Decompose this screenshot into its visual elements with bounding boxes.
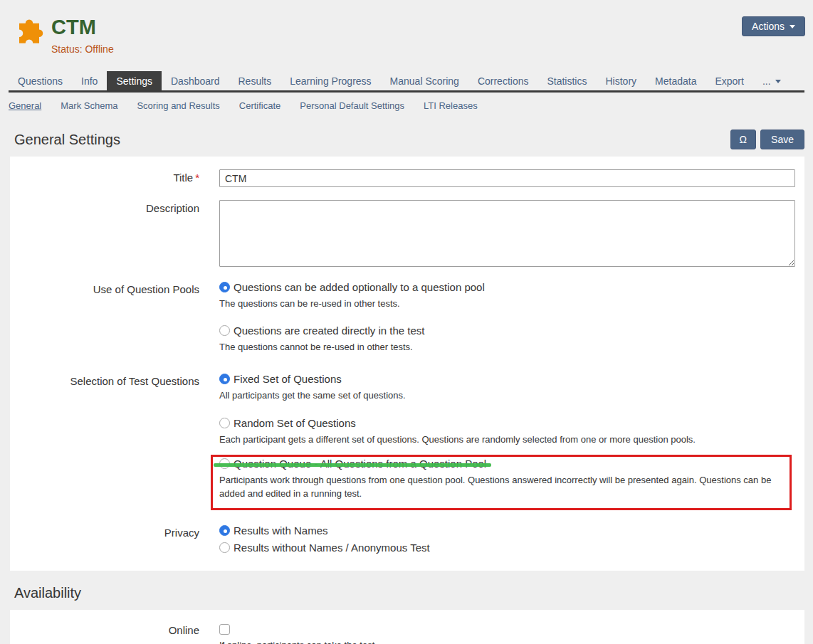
tab-corrections[interactable]: Corrections: [468, 71, 538, 90]
tab-metadata[interactable]: Metadata: [646, 71, 706, 90]
radio-pool-optional[interactable]: [219, 282, 230, 292]
required-asterisk: *: [195, 171, 199, 184]
subtab-general[interactable]: General: [9, 99, 41, 112]
online-checkbox[interactable]: [219, 624, 230, 635]
annotation-green-strikethrough: [214, 463, 491, 467]
chevron-down-icon: [790, 25, 795, 28]
title-row: Title*: [10, 169, 804, 187]
availability-panel: Online If online, participants can take …: [10, 610, 804, 644]
tab-statistics[interactable]: Statistics: [537, 71, 596, 90]
chevron-down-icon: [775, 80, 781, 83]
subtab-lti-releases[interactable]: LTI Releases: [424, 99, 478, 112]
section-title: Availability: [14, 585, 81, 601]
online-row: Online If online, participants can take …: [10, 622, 804, 644]
tab-export[interactable]: Export: [706, 71, 752, 90]
option-random-set: Random Set of Questions Each participant…: [219, 417, 804, 447]
availability-header: Availability: [0, 581, 813, 604]
radio-results-with-names[interactable]: [219, 525, 230, 536]
question-pools-label: Use of Question Pools: [10, 281, 199, 354]
option-question-queue: Question Queue - All Questions from a Qu…: [219, 458, 784, 501]
privacy-label: Privacy: [10, 524, 199, 554]
option-help: All participants get the same set of que…: [219, 389, 804, 403]
actions-button[interactable]: Actions: [742, 16, 805, 36]
tab-manual-scoring[interactable]: Manual Scoring: [381, 71, 468, 90]
description-row: Description: [10, 200, 804, 270]
title-input[interactable]: [219, 169, 795, 187]
subtab-mark-schema[interactable]: Mark Schema: [61, 99, 117, 112]
option-pool-optional: Questions can be added optionally to a q…: [219, 281, 804, 311]
tab-results[interactable]: Results: [229, 71, 281, 90]
online-label: Online: [10, 622, 199, 644]
radio-pool-direct[interactable]: [219, 325, 230, 336]
tab-learning-progress[interactable]: Learning Progress: [280, 71, 380, 90]
description-textarea[interactable]: [219, 200, 795, 267]
radio-random-set[interactable]: [219, 418, 230, 428]
tab-settings[interactable]: Settings: [107, 71, 162, 90]
tab-history[interactable]: History: [596, 71, 646, 90]
option-help: The questions cannot be re-used in other…: [219, 341, 804, 354]
option-pool-direct: Questions are created directly in the te…: [219, 324, 804, 354]
option-help: Participants work through questions from…: [219, 474, 784, 501]
question-selection-row: Selection of Test Questions Fixed Set of…: [10, 373, 804, 510]
radio-results-anonymous[interactable]: [219, 542, 230, 553]
test-puzzle-icon: [14, 17, 44, 47]
sub-tabbar: General Mark Schema Scoring and Results …: [9, 99, 804, 112]
option-results-with-names: Results with Names: [219, 524, 804, 537]
save-button[interactable]: Save: [760, 130, 804, 149]
general-settings-header: General Settings Ω Save: [0, 128, 813, 151]
option-help: Each participant gets a different set of…: [219, 433, 804, 447]
annotation-red-box: Question Queue - All Questions from a Qu…: [211, 455, 792, 510]
question-selection-label: Selection of Test Questions: [10, 373, 199, 510]
tab-more[interactable]: ...: [753, 71, 790, 90]
online-help: If online, participants can take the tes…: [219, 639, 804, 644]
option-results-anonymous: Results without Names / Anonymous Test: [219, 542, 804, 554]
subtab-certificate[interactable]: Certificate: [239, 99, 281, 112]
actions-button-label: Actions: [752, 21, 785, 32]
tab-info[interactable]: Info: [72, 71, 107, 90]
subtab-scoring-and-results[interactable]: Scoring and Results: [137, 99, 219, 112]
main-tabbar: Questions Info Settings Dashboard Result…: [9, 71, 804, 93]
title-label: Title*: [10, 169, 199, 187]
omega-button[interactable]: Ω: [730, 130, 756, 149]
tab-dashboard[interactable]: Dashboard: [162, 71, 229, 90]
privacy-row: Privacy Results with Names Results witho…: [10, 524, 804, 554]
description-label: Description: [10, 200, 199, 270]
option-fixed-set: Fixed Set of Questions All participants …: [219, 373, 804, 403]
tab-questions[interactable]: Questions: [9, 71, 72, 90]
question-pools-row: Use of Question Pools Questions can be a…: [10, 281, 804, 354]
status-text: Status: Offline: [51, 43, 114, 55]
page-title: CTM: [51, 16, 114, 39]
general-settings-panel: Title* Description Use of Question Pools…: [10, 157, 804, 571]
page-header: CTM Status: Offline Actions: [0, 0, 813, 64]
subtab-personal-default-settings[interactable]: Personal Default Settings: [300, 99, 404, 112]
radio-fixed-set[interactable]: [219, 374, 230, 384]
option-help: The questions can be re-used in other te…: [219, 297, 804, 311]
section-title: General Settings: [14, 132, 120, 148]
